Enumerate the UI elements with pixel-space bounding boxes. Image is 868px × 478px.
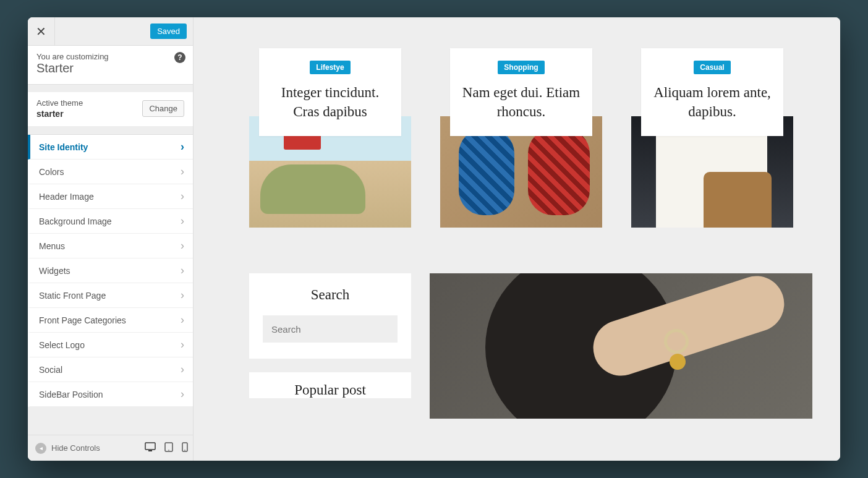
menu-item-front-page-categories[interactable]: Front Page Categories ›	[28, 308, 193, 333]
device-preview-icons	[145, 442, 188, 455]
menu-item-label: Colors	[39, 167, 64, 177]
popular-post-widget: Popular post	[249, 372, 411, 398]
menu-item-social[interactable]: Social ›	[28, 357, 193, 382]
active-theme-info: Active theme starter	[36, 98, 83, 119]
chevron-right-icon: ›	[181, 314, 184, 326]
svg-point-5	[184, 450, 185, 451]
menu-item-label: Social	[39, 365, 62, 375]
menu-item-label: Site Identity	[39, 142, 88, 152]
desktop-icon[interactable]	[145, 442, 156, 455]
post-card[interactable]: Shopping Nam eget dui. Etiam rhoncus.	[440, 48, 602, 228]
menu-item-label: Select Logo	[39, 340, 85, 350]
customizing-label: You are customizing	[36, 52, 184, 61]
sidebar-header: ✕ Saved	[28, 17, 193, 46]
close-button[interactable]: ✕	[28, 17, 55, 46]
menu-item-sidebar-position[interactable]: SideBar Position ›	[28, 382, 193, 407]
change-theme-button[interactable]: Change	[142, 100, 184, 117]
chevron-right-icon: ›	[181, 239, 184, 252]
collapse-left-icon: ◂	[35, 443, 46, 454]
chevron-right-icon: ›	[181, 289, 184, 302]
menu-item-site-identity[interactable]: Site Identity ›	[28, 135, 193, 160]
chevron-right-icon: ›	[181, 338, 184, 351]
menu-item-background-image[interactable]: Background Image ›	[28, 209, 193, 234]
chevron-right-icon: ›	[181, 363, 184, 376]
search-input[interactable]	[263, 315, 398, 343]
menu-item-header-image[interactable]: Header Image ›	[28, 184, 193, 209]
decor-bracelet	[664, 329, 689, 354]
category-badge[interactable]: Casual	[694, 61, 730, 74]
menu-item-label: Widgets	[39, 266, 70, 276]
mobile-icon[interactable]	[182, 442, 188, 455]
post-title[interactable]: Nam eget dui. Etiam rhoncus.	[461, 83, 581, 121]
menu-item-colors[interactable]: Colors ›	[28, 160, 193, 184]
menu-item-label: Menus	[39, 241, 65, 251]
site-title: Starter	[36, 61, 184, 75]
app-window: ✕ Saved You are customizing Starter ? Ac…	[28, 17, 840, 461]
hide-controls-button[interactable]: ◂ Hide Controls	[35, 443, 100, 454]
active-theme-name: starter	[36, 109, 83, 119]
card-box: Lifestye Integer tincidunt. Cras dapibus	[259, 48, 401, 136]
customizer-sidebar: ✕ Saved You are customizing Starter ? Ac…	[28, 17, 194, 461]
tablet-icon[interactable]	[164, 442, 173, 455]
category-badge[interactable]: Shopping	[498, 61, 544, 74]
category-badge[interactable]: Lifestye	[310, 61, 350, 74]
close-icon: ✕	[36, 24, 46, 39]
sidebar-footer: ◂ Hide Controls	[28, 435, 193, 461]
lower-row: Search Popular post	[249, 273, 812, 419]
chevron-right-icon: ›	[181, 215, 184, 228]
card-box: Casual Aliquam lorem ante, dapibus.	[641, 48, 783, 136]
menu-list: Site Identity › Colors › Header Image › …	[28, 134, 193, 435]
svg-point-3	[168, 450, 169, 451]
sidebar-widgets: Search Popular post	[249, 273, 411, 419]
post-title[interactable]: Aliquam lorem ante, dapibus.	[652, 83, 772, 121]
menu-item-label: Front Page Categories	[39, 315, 126, 325]
menu-item-static-front-page[interactable]: Static Front Page ›	[28, 283, 193, 308]
saved-button[interactable]: Saved	[150, 23, 187, 39]
hero-image[interactable]	[430, 273, 812, 419]
hide-controls-label: Hide Controls	[51, 443, 100, 453]
decor-pendant	[670, 354, 686, 370]
menu-item-select-logo[interactable]: Select Logo ›	[28, 333, 193, 357]
menu-item-label: Header Image	[39, 192, 94, 202]
chevron-right-icon: ›	[181, 190, 184, 203]
help-icon[interactable]: ?	[174, 52, 185, 63]
menu-item-label: Static Front Page	[39, 291, 106, 301]
svg-rect-1	[148, 450, 152, 451]
chevron-right-icon: ›	[181, 264, 184, 277]
card-box: Shopping Nam eget dui. Etiam rhoncus.	[450, 48, 592, 136]
chevron-right-icon: ›	[181, 165, 184, 178]
menu-item-widgets[interactable]: Widgets ›	[28, 258, 193, 283]
post-card[interactable]: Lifestye Integer tincidunt. Cras dapibus	[249, 48, 411, 228]
cards-row: Lifestye Integer tincidunt. Cras dapibus…	[249, 48, 812, 228]
post-title[interactable]: Integer tincidunt. Cras dapibus	[270, 83, 390, 121]
popular-heading: Popular post	[263, 382, 398, 398]
search-widget: Search	[249, 273, 411, 359]
post-card[interactable]: Casual Aliquam lorem ante, dapibus.	[631, 48, 793, 228]
search-heading: Search	[263, 287, 398, 303]
svg-rect-0	[145, 443, 155, 450]
menu-item-menus[interactable]: Menus ›	[28, 234, 193, 258]
menu-item-label: SideBar Position	[39, 390, 103, 399]
chevron-right-icon: ›	[181, 140, 184, 153]
customizing-block: You are customizing Starter ?	[28, 46, 193, 85]
preview-pane[interactable]: Lifestye Integer tincidunt. Cras dapibus…	[194, 17, 840, 461]
menu-item-label: Background Image	[39, 216, 112, 226]
active-theme-block: Active theme starter Change	[28, 92, 193, 127]
active-theme-label: Active theme	[36, 98, 83, 108]
chevron-right-icon: ›	[181, 388, 184, 401]
